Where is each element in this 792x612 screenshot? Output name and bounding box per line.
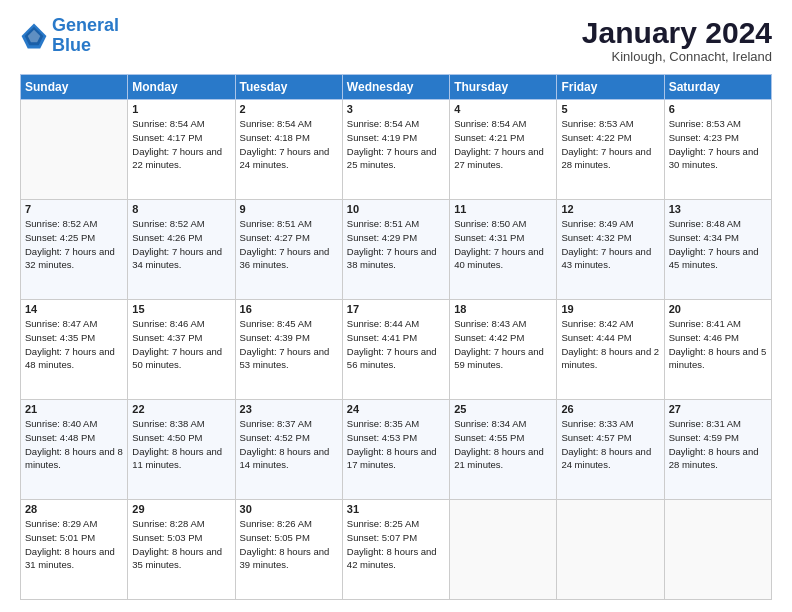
- calendar-cell: 7 Sunrise: 8:52 AM Sunset: 4:25 PM Dayli…: [21, 200, 128, 300]
- cell-content: Sunrise: 8:35 AM Sunset: 4:53 PM Dayligh…: [347, 417, 445, 472]
- sunset-text: Sunset: 4:21 PM: [454, 131, 552, 145]
- sunrise-text: Sunrise: 8:43 AM: [454, 317, 552, 331]
- day-number: 1: [132, 103, 230, 115]
- sunset-text: Sunset: 4:37 PM: [132, 331, 230, 345]
- sunset-text: Sunset: 4:59 PM: [669, 431, 767, 445]
- sunrise-text: Sunrise: 8:48 AM: [669, 217, 767, 231]
- cell-content: Sunrise: 8:46 AM Sunset: 4:37 PM Dayligh…: [132, 317, 230, 372]
- day-number: 5: [561, 103, 659, 115]
- cell-content: Sunrise: 8:28 AM Sunset: 5:03 PM Dayligh…: [132, 517, 230, 572]
- cell-content: Sunrise: 8:53 AM Sunset: 4:22 PM Dayligh…: [561, 117, 659, 172]
- sunset-text: Sunset: 4:26 PM: [132, 231, 230, 245]
- calendar-cell: [21, 100, 128, 200]
- daylight-text: Daylight: 7 hours and 22 minutes.: [132, 145, 230, 173]
- sunset-text: Sunset: 4:17 PM: [132, 131, 230, 145]
- cell-content: Sunrise: 8:48 AM Sunset: 4:34 PM Dayligh…: [669, 217, 767, 272]
- sunrise-text: Sunrise: 8:34 AM: [454, 417, 552, 431]
- daylight-text: Daylight: 8 hours and 42 minutes.: [347, 545, 445, 573]
- col-tuesday: Tuesday: [235, 75, 342, 100]
- daylight-text: Daylight: 8 hours and 5 minutes.: [669, 345, 767, 373]
- logo: General Blue: [20, 16, 119, 56]
- day-number: 2: [240, 103, 338, 115]
- calendar-cell: 27 Sunrise: 8:31 AM Sunset: 4:59 PM Dayl…: [664, 400, 771, 500]
- sunset-text: Sunset: 5:03 PM: [132, 531, 230, 545]
- daylight-text: Daylight: 7 hours and 56 minutes.: [347, 345, 445, 373]
- calendar-cell: 10 Sunrise: 8:51 AM Sunset: 4:29 PM Dayl…: [342, 200, 449, 300]
- cell-content: Sunrise: 8:25 AM Sunset: 5:07 PM Dayligh…: [347, 517, 445, 572]
- calendar-week-row-1: 7 Sunrise: 8:52 AM Sunset: 4:25 PM Dayli…: [21, 200, 772, 300]
- col-wednesday: Wednesday: [342, 75, 449, 100]
- daylight-text: Daylight: 7 hours and 25 minutes.: [347, 145, 445, 173]
- cell-content: Sunrise: 8:29 AM Sunset: 5:01 PM Dayligh…: [25, 517, 123, 572]
- title-block: January 2024 Kinlough, Connacht, Ireland: [582, 16, 772, 64]
- calendar-cell: 11 Sunrise: 8:50 AM Sunset: 4:31 PM Dayl…: [450, 200, 557, 300]
- sunrise-text: Sunrise: 8:40 AM: [25, 417, 123, 431]
- sunrise-text: Sunrise: 8:42 AM: [561, 317, 659, 331]
- sunset-text: Sunset: 4:22 PM: [561, 131, 659, 145]
- calendar-cell: 3 Sunrise: 8:54 AM Sunset: 4:19 PM Dayli…: [342, 100, 449, 200]
- daylight-text: Daylight: 8 hours and 28 minutes.: [669, 445, 767, 473]
- calendar-cell: 2 Sunrise: 8:54 AM Sunset: 4:18 PM Dayli…: [235, 100, 342, 200]
- sunset-text: Sunset: 5:07 PM: [347, 531, 445, 545]
- daylight-text: Daylight: 8 hours and 21 minutes.: [454, 445, 552, 473]
- calendar-header-row: Sunday Monday Tuesday Wednesday Thursday…: [21, 75, 772, 100]
- sunset-text: Sunset: 4:29 PM: [347, 231, 445, 245]
- daylight-text: Daylight: 7 hours and 48 minutes.: [25, 345, 123, 373]
- calendar-cell: 29 Sunrise: 8:28 AM Sunset: 5:03 PM Dayl…: [128, 500, 235, 600]
- header: General Blue January 2024 Kinlough, Conn…: [20, 16, 772, 64]
- daylight-text: Daylight: 8 hours and 35 minutes.: [132, 545, 230, 573]
- calendar-cell: 8 Sunrise: 8:52 AM Sunset: 4:26 PM Dayli…: [128, 200, 235, 300]
- logo-text: General Blue: [52, 16, 119, 56]
- day-number: 8: [132, 203, 230, 215]
- day-number: 7: [25, 203, 123, 215]
- cell-content: Sunrise: 8:50 AM Sunset: 4:31 PM Dayligh…: [454, 217, 552, 272]
- daylight-text: Daylight: 7 hours and 24 minutes.: [240, 145, 338, 173]
- sunset-text: Sunset: 4:19 PM: [347, 131, 445, 145]
- daylight-text: Daylight: 8 hours and 14 minutes.: [240, 445, 338, 473]
- calendar-cell: 31 Sunrise: 8:25 AM Sunset: 5:07 PM Dayl…: [342, 500, 449, 600]
- sunset-text: Sunset: 4:34 PM: [669, 231, 767, 245]
- sunset-text: Sunset: 4:48 PM: [25, 431, 123, 445]
- sunset-text: Sunset: 4:57 PM: [561, 431, 659, 445]
- calendar-cell: [664, 500, 771, 600]
- daylight-text: Daylight: 7 hours and 28 minutes.: [561, 145, 659, 173]
- sunset-text: Sunset: 4:18 PM: [240, 131, 338, 145]
- day-number: 21: [25, 403, 123, 415]
- calendar-cell: 9 Sunrise: 8:51 AM Sunset: 4:27 PM Dayli…: [235, 200, 342, 300]
- daylight-text: Daylight: 7 hours and 50 minutes.: [132, 345, 230, 373]
- daylight-text: Daylight: 7 hours and 36 minutes.: [240, 245, 338, 273]
- sunrise-text: Sunrise: 8:47 AM: [25, 317, 123, 331]
- calendar-table: Sunday Monday Tuesday Wednesday Thursday…: [20, 74, 772, 600]
- sunset-text: Sunset: 4:25 PM: [25, 231, 123, 245]
- daylight-text: Daylight: 8 hours and 17 minutes.: [347, 445, 445, 473]
- col-thursday: Thursday: [450, 75, 557, 100]
- daylight-text: Daylight: 7 hours and 40 minutes.: [454, 245, 552, 273]
- calendar-cell: 21 Sunrise: 8:40 AM Sunset: 4:48 PM Dayl…: [21, 400, 128, 500]
- sunset-text: Sunset: 4:35 PM: [25, 331, 123, 345]
- cell-content: Sunrise: 8:45 AM Sunset: 4:39 PM Dayligh…: [240, 317, 338, 372]
- calendar-week-row-3: 21 Sunrise: 8:40 AM Sunset: 4:48 PM Dayl…: [21, 400, 772, 500]
- month-title: January 2024: [582, 16, 772, 49]
- col-friday: Friday: [557, 75, 664, 100]
- calendar-cell: 13 Sunrise: 8:48 AM Sunset: 4:34 PM Dayl…: [664, 200, 771, 300]
- daylight-text: Daylight: 8 hours and 24 minutes.: [561, 445, 659, 473]
- sunset-text: Sunset: 4:50 PM: [132, 431, 230, 445]
- cell-content: Sunrise: 8:49 AM Sunset: 4:32 PM Dayligh…: [561, 217, 659, 272]
- calendar-cell: 6 Sunrise: 8:53 AM Sunset: 4:23 PM Dayli…: [664, 100, 771, 200]
- daylight-text: Daylight: 7 hours and 43 minutes.: [561, 245, 659, 273]
- sunrise-text: Sunrise: 8:35 AM: [347, 417, 445, 431]
- calendar-week-row-4: 28 Sunrise: 8:29 AM Sunset: 5:01 PM Dayl…: [21, 500, 772, 600]
- sunset-text: Sunset: 4:46 PM: [669, 331, 767, 345]
- cell-content: Sunrise: 8:47 AM Sunset: 4:35 PM Dayligh…: [25, 317, 123, 372]
- sunrise-text: Sunrise: 8:33 AM: [561, 417, 659, 431]
- sunset-text: Sunset: 4:42 PM: [454, 331, 552, 345]
- day-number: 23: [240, 403, 338, 415]
- col-sunday: Sunday: [21, 75, 128, 100]
- cell-content: Sunrise: 8:54 AM Sunset: 4:18 PM Dayligh…: [240, 117, 338, 172]
- daylight-text: Daylight: 7 hours and 53 minutes.: [240, 345, 338, 373]
- daylight-text: Daylight: 8 hours and 31 minutes.: [25, 545, 123, 573]
- cell-content: Sunrise: 8:44 AM Sunset: 4:41 PM Dayligh…: [347, 317, 445, 372]
- sunrise-text: Sunrise: 8:54 AM: [454, 117, 552, 131]
- cell-content: Sunrise: 8:40 AM Sunset: 4:48 PM Dayligh…: [25, 417, 123, 472]
- sunrise-text: Sunrise: 8:53 AM: [561, 117, 659, 131]
